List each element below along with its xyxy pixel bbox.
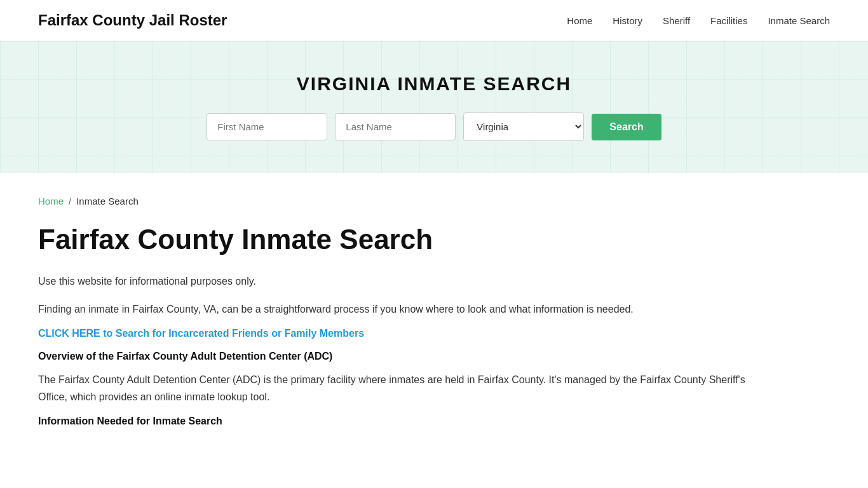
nav-item-sheriff[interactable]: Sheriff: [663, 15, 690, 26]
hero-banner: VIRGINIA INMATE SEARCH Virginia Alabama …: [0, 41, 868, 173]
nav-item-history[interactable]: History: [613, 15, 642, 26]
nav-item-facilities[interactable]: Facilities: [710, 15, 747, 26]
search-cta-link[interactable]: CLICK HERE to Search for Incarcerated Fr…: [38, 328, 364, 339]
search-form: Virginia Alabama Alaska Arizona Arkansas…: [207, 112, 661, 141]
search-button[interactable]: Search: [592, 114, 661, 140]
site-header: Fairfax County Jail Roster Home History …: [0, 0, 868, 41]
breadcrumb: Home / Inmate Search: [38, 196, 750, 207]
first-name-input[interactable]: [207, 113, 327, 140]
hero-title: VIRGINIA INMATE SEARCH: [297, 73, 571, 95]
section-subheading-adc: Overview of the Fairfax County Adult Det…: [38, 351, 750, 362]
breadcrumb-current: Inmate Search: [76, 196, 139, 207]
adc-paragraph: The Fairfax County Adult Detention Cente…: [38, 371, 750, 405]
intro-paragraph-2: Finding an inmate in Fairfax County, VA,…: [38, 301, 750, 318]
last-name-input[interactable]: [335, 113, 456, 140]
breadcrumb-separator: /: [69, 196, 71, 207]
state-select[interactable]: Virginia Alabama Alaska Arizona Arkansas…: [463, 112, 584, 141]
nav-item-inmate-search[interactable]: Inmate Search: [768, 15, 830, 26]
main-nav: Home History Sheriff Facilities Inmate S…: [567, 15, 830, 26]
breadcrumb-home-link[interactable]: Home: [38, 196, 64, 207]
site-title: Fairfax County Jail Roster: [38, 11, 227, 29]
intro-paragraph-1: Use this website for informational purpo…: [38, 273, 750, 290]
main-content: Home / Inmate Search Fairfax County Inma…: [0, 173, 788, 452]
page-heading: Fairfax County Inmate Search: [38, 224, 750, 255]
nav-item-home[interactable]: Home: [567, 15, 592, 26]
info-needed-heading: Information Needed for Inmate Search: [38, 416, 750, 427]
